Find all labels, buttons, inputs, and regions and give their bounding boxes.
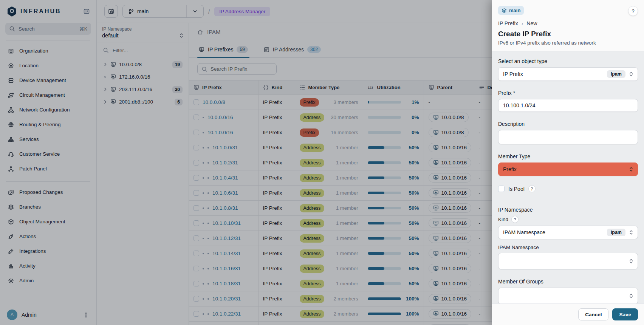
drawer-header: main ? IP Prefix › New Create IP Prefix … bbox=[492, 0, 644, 51]
kind-help-icon[interactable]: ? bbox=[511, 216, 519, 223]
object-type-select[interactable]: IP Prefix Ipam bbox=[498, 67, 638, 81]
chevron-right-icon: › bbox=[522, 20, 523, 26]
drawer-subtitle: IPv6 or IPv4 prefix also referred as net… bbox=[498, 40, 638, 46]
kind-select[interactable]: IPAM Namespace Ipam bbox=[498, 226, 638, 239]
member-of-groups-select[interactable] bbox=[498, 288, 638, 303]
branch-badge: main bbox=[498, 6, 524, 15]
kind-badge: Ipam bbox=[607, 229, 625, 236]
kind-label-row: Kind ? bbox=[498, 216, 638, 223]
modal-dim-overlay[interactable] bbox=[0, 0, 492, 325]
drawer-form: Select an object type IP Prefix Ipam Pre… bbox=[492, 51, 644, 303]
breadcrumb-parent: IP Prefix bbox=[498, 20, 518, 26]
chevron-updown-icon bbox=[629, 293, 633, 299]
help-button[interactable]: ? bbox=[628, 6, 638, 16]
member-of-groups-label: Member Of Groups bbox=[498, 279, 638, 285]
is-pool-checkbox[interactable] bbox=[498, 186, 505, 192]
object-type-kind-badge: Ipam bbox=[607, 70, 625, 78]
ipam-namespace-label: IPAM Namespace bbox=[498, 245, 638, 250]
prefix-label: Prefix * bbox=[498, 90, 638, 96]
branch-badge-label: main bbox=[509, 8, 520, 13]
cancel-button[interactable]: Cancel bbox=[578, 308, 608, 320]
chevron-updown-icon bbox=[629, 167, 633, 172]
is-pool-field: Is Pool ? bbox=[498, 185, 638, 192]
description-label: Description bbox=[498, 121, 638, 127]
chevron-updown-icon bbox=[629, 230, 633, 235]
member-type-value: Prefix bbox=[503, 166, 629, 172]
object-type-label: Select an object type bbox=[498, 58, 638, 64]
description-input[interactable] bbox=[498, 130, 638, 144]
is-pool-label: Is Pool bbox=[508, 186, 525, 192]
ip-namespace-section-label: IP Namespace bbox=[498, 207, 638, 213]
is-pool-help-icon[interactable]: ? bbox=[528, 185, 536, 192]
breadcrumb-current: New bbox=[526, 20, 537, 26]
object-type-value: IP Prefix bbox=[503, 71, 607, 77]
kind-value: IPAM Namespace bbox=[503, 229, 607, 235]
kind-label: Kind bbox=[498, 217, 508, 222]
drawer-breadcrumb: IP Prefix › New bbox=[498, 20, 638, 26]
ipam-namespace-select[interactable] bbox=[498, 253, 638, 269]
chevron-updown-icon bbox=[629, 71, 633, 77]
member-type-select[interactable]: Prefix bbox=[498, 162, 638, 176]
chevron-updown-icon bbox=[629, 258, 633, 264]
drawer-footer: Cancel Save bbox=[492, 303, 644, 325]
prefix-input[interactable] bbox=[498, 99, 638, 112]
create-ip-prefix-drawer: main ? IP Prefix › New Create IP Prefix … bbox=[492, 0, 644, 325]
member-type-label: Member Type bbox=[498, 153, 638, 159]
save-button[interactable]: Save bbox=[612, 308, 638, 320]
layers-icon bbox=[502, 8, 507, 13]
drawer-title: Create IP Prefix bbox=[498, 30, 638, 38]
